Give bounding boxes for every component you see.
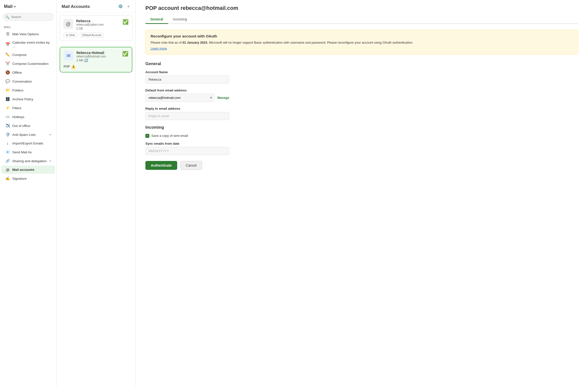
account-name-hotmail: Rebecca Hotmail [76, 51, 119, 55]
incoming-section: Incoming ✓ Save a copy of sent email Syn… [146, 125, 578, 155]
hotkeys-icon: ⌨️ [5, 115, 10, 119]
account-card-rebecca[interactable]: @ Rebecca rebecca@zylker.com 2 GB ✅ In V… [60, 15, 132, 41]
sidebar-item-mail-view-options[interactable]: ☰ Mail View Options [1, 30, 55, 38]
sidebar-item-compose[interactable]: ✏️ Compose [1, 50, 55, 59]
sync-date-label: Sync emails from date [146, 142, 578, 145]
authenticate-button[interactable]: Authenticate [146, 161, 177, 170]
account-verified-rebecca: ✅ [123, 19, 129, 25]
app-title-chevron: ▾ [14, 5, 16, 8]
sidebar-item-label: Conversation [12, 80, 32, 83]
settings-icon[interactable]: ⚙️ [118, 4, 123, 9]
compose-custom-icon: ✂️ [5, 61, 10, 66]
chevron-down-icon: ▾ [49, 133, 51, 136]
sidebar-item-label: Mail accounts [12, 168, 34, 172]
middle-header: Mail Accounts ⚙️ ＋ [57, 0, 135, 12]
account-size-rebecca: 2 GB [76, 27, 120, 30]
sidebar-item-label: Mail View Options [12, 32, 39, 36]
tab-incoming[interactable]: Incoming [168, 15, 192, 24]
sidebar-item-filters[interactable]: ⚡ Filters [1, 104, 55, 112]
sidebar-item-hotkeys[interactable]: ⌨️ Hotkeys [1, 113, 55, 121]
save-copy-row: ✓ Save a copy of sent email [146, 134, 578, 138]
anti-spam-icon: 🛡️ [5, 132, 10, 137]
compose-icon: ✏️ [5, 52, 10, 57]
sync-date-input[interactable] [146, 147, 229, 155]
default-email-select[interactable]: rebecca@hotmail.com [146, 94, 214, 102]
sidebar-item-label: Archive Policy [12, 97, 33, 101]
default-email-group: Default from email address rebecca@hotma… [146, 88, 578, 102]
sidebar-item-label: Compose [12, 53, 27, 57]
middle-panel: Mail Accounts ⚙️ ＋ @ Rebecca rebecca@zyl… [57, 0, 136, 386]
sidebar-item-label: Folders [12, 88, 23, 92]
sidebar-item-compose-customization[interactable]: ✂️ Compose Customization [1, 59, 55, 68]
sidebar-item-offline[interactable]: 🔕 Offline [1, 68, 55, 77]
sidebar-item-import-export[interactable]: ↕️ Import/Export Emails [1, 139, 55, 147]
default-email-label: Default from email address [146, 88, 578, 92]
app-title[interactable]: Mail ▾ [0, 0, 56, 11]
mail-view-icon: ☰ [5, 32, 10, 36]
sidebar-item-sharing-delegation[interactable]: 🔗 Sharing and delegation ▾ [1, 157, 55, 165]
sidebar-item-anti-spam[interactable]: 🛡️ Anti-Spam Lists ▾ [1, 130, 55, 139]
add-account-icon[interactable]: ＋ [126, 4, 130, 9]
search-icon: 🔍 [5, 15, 9, 19]
account-name-label: Account Name [146, 70, 578, 74]
manage-link[interactable]: Manage [217, 96, 229, 100]
search-input[interactable] [3, 13, 53, 21]
sidebar-item-calendar-event[interactable]: 📅 Calendar event invites by ... [1, 39, 55, 50]
account-tags-rebecca: In View Default Account [63, 33, 129, 37]
sidebar-item-label: Anti-Spam Lists [12, 133, 36, 137]
sidebar-section-label: MAIL [0, 24, 56, 30]
sidebar-item-label: Signature [12, 177, 27, 180]
search-container: 🔍 [3, 13, 53, 21]
middle-header-actions: ⚙️ ＋ [118, 4, 130, 9]
app-title-text: Mail [4, 4, 13, 9]
cancel-button[interactable]: Cancel [180, 161, 202, 170]
account-card-hotmail[interactable]: ✉ Rebecca Hotmail rebecca@hotmail.com 2 … [60, 47, 132, 72]
sidebar: Mail ▾ 🔍 MAIL ☰ Mail View Options 📅 Cale… [0, 0, 57, 386]
account-avatar-hotmail: ✉ [63, 51, 73, 61]
conversation-icon: 💬 [5, 79, 10, 84]
account-avatar-rebecca: @ [63, 19, 73, 29]
account-email-rebecca: rebecca@zylker.com [76, 23, 120, 26]
oauth-text-before: Please note that as of [150, 41, 182, 44]
sidebar-item-folders[interactable]: 📁 Folders [1, 86, 55, 94]
button-row: Authenticate Cancel [146, 161, 578, 170]
reply-email-group: Reply to email address [146, 107, 578, 120]
sidebar-item-conversation[interactable]: 💬 Conversation [1, 77, 55, 86]
sidebar-item-label: Sharing and delegation [12, 159, 47, 163]
account-verified-hotmail: ✅ [122, 51, 128, 57]
filters-icon: ⚡ [5, 106, 10, 110]
reply-email-label: Reply to email address [146, 107, 578, 110]
offline-icon: 🔕 [5, 70, 10, 75]
account-name-group: Account Name [146, 70, 578, 84]
sidebar-item-out-of-office[interactable]: ✈️ Out of office [1, 122, 55, 130]
account-email-hotmail: rebecca@hotmail.com [76, 55, 119, 58]
account-name-rebecca: Rebecca [76, 19, 120, 23]
sidebar-item-label: Out of office [12, 124, 30, 128]
save-copy-checkbox[interactable]: ✓ [146, 134, 149, 138]
save-copy-label: Save a copy of sent email [151, 134, 188, 138]
reply-email-input[interactable] [146, 112, 229, 120]
sync-date-group: Sync emails from date [146, 142, 578, 155]
learn-more-link[interactable]: Learn more [150, 47, 167, 50]
sidebar-item-archive-policy[interactable]: 🗄️ Archive Policy [1, 95, 55, 103]
warning-icon: ⚠️ [71, 64, 75, 68]
chevron-down-icon-sharing: ▾ [49, 159, 51, 163]
incoming-section-title: Incoming [146, 125, 578, 130]
folders-icon: 📁 [5, 88, 10, 92]
oauth-date: 01 January 2023 [182, 41, 207, 44]
account-info-hotmail: Rebecca Hotmail rebecca@hotmail.com 2 MB… [76, 51, 119, 62]
sidebar-item-label: Calendar event invites by ... [12, 41, 51, 48]
sidebar-item-mail-accounts[interactable]: @ Mail accounts [1, 166, 55, 174]
account-name-input[interactable] [146, 75, 229, 84]
sidebar-item-signature[interactable]: ✍️ Signature [1, 174, 55, 183]
sidebar-item-send-mail-as[interactable]: 📧 Send Mail As [1, 148, 55, 156]
tabs: General Incoming [146, 15, 578, 24]
page-title: POP account rebecca@hotmail.com [146, 5, 578, 11]
sidebar-item-label: Filters [12, 106, 21, 110]
calendar-icon: 📅 [5, 42, 10, 47]
signature-icon: ✍️ [5, 176, 10, 181]
tab-general[interactable]: General [146, 15, 168, 24]
oauth-banner: Reconfigure your account with OAuth Plea… [146, 30, 578, 54]
account-info-rebecca: Rebecca rebecca@zylker.com 2 GB [76, 19, 120, 30]
general-section-title: General [146, 61, 578, 66]
